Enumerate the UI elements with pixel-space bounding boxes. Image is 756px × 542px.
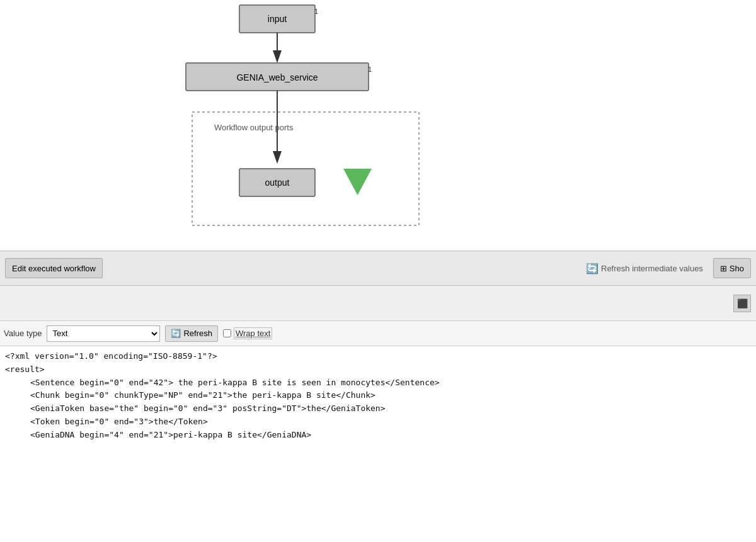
output-indicator[interactable] (343, 169, 372, 195)
svg-text:output: output (265, 178, 290, 188)
edit-executed-workflow-button[interactable]: Edit executed workflow (5, 258, 103, 278)
show-button[interactable]: ⊞ Sho (713, 258, 751, 278)
result-top-bar: ⬛ (0, 286, 756, 321)
expand-icon: ⬛ (737, 298, 748, 308)
value-type-refresh-button[interactable]: 🔄 Refresh (165, 325, 218, 342)
xml-line-2: <result> (5, 363, 751, 376)
value-type-select[interactable]: Text XML HTML JSON (47, 325, 160, 342)
wrap-text-checkbox[interactable] (223, 329, 231, 337)
grid-icon: ⊞ (720, 264, 727, 273)
wrap-text-container: Wrap text (223, 327, 272, 339)
show-button-label: Sho (730, 264, 744, 273)
value-type-bar: Value type Text XML HTML JSON 🔄 Refresh … (0, 321, 756, 346)
refresh-icon: 🔄 (586, 263, 598, 274)
workflow-area: input 1 GENIA_web_service 1 Workflow out… (0, 0, 756, 251)
result-top-button[interactable]: ⬛ (733, 295, 751, 312)
xml-line-5: <GeniaToken base="the" begin="0" end="3"… (5, 402, 751, 415)
wrap-text-label: Wrap text (234, 327, 272, 339)
xml-content-area[interactable]: <?xml version="1.0" encoding="ISO-8859-1… (0, 346, 756, 542)
xml-line-1: <?xml version="1.0" encoding="ISO-8859-1… (5, 350, 751, 363)
value-type-label: Value type (4, 329, 42, 338)
svg-text:GENIA_web_service: GENIA_web_service (236, 72, 318, 82)
xml-line-6: <Token begin="0" end="3">the</Token> (5, 415, 751, 429)
xml-line-3: <Sentence begin="0" end="42"> the peri-k… (5, 376, 751, 390)
refresh-intermediate-label: Refresh intermediate values (601, 264, 703, 273)
svg-text:Workflow output ports: Workflow output ports (214, 123, 294, 132)
svg-text:1: 1 (314, 8, 318, 15)
refresh-intermediate-button[interactable]: 🔄 Refresh intermediate values (581, 260, 708, 277)
xml-line-4: <Chunk begin="0" chunkType="NP" end="21"… (5, 389, 751, 402)
svg-text:1: 1 (368, 65, 372, 73)
xml-line-7: <GeniaDNA begin="4" end="21">peri-kappa … (5, 429, 751, 442)
refresh-small-icon: 🔄 (171, 329, 181, 338)
refresh-button-label: Refresh (183, 329, 212, 338)
svg-text:input: input (268, 14, 287, 24)
toolbar-bar: Edit executed workflow 🔄 Refresh interme… (0, 251, 756, 286)
